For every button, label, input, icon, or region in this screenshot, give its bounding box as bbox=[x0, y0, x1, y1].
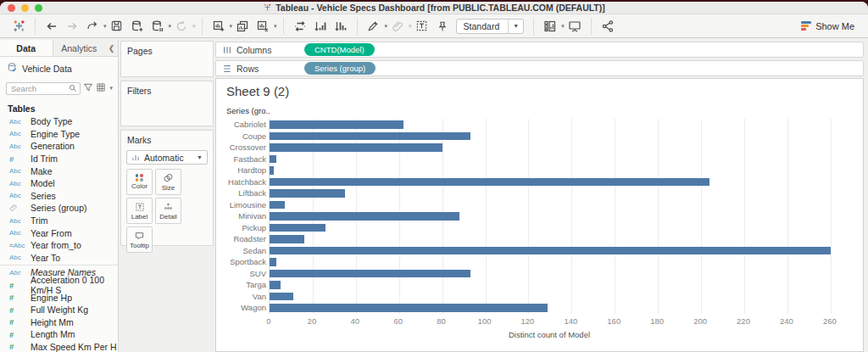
field-item[interactable]: #Length Mm bbox=[0, 328, 118, 341]
group-members-button[interactable] bbox=[389, 17, 406, 36]
view-options-caret[interactable]: ▾ bbox=[109, 85, 113, 92]
undo-redo-caret[interactable]: ▾ bbox=[103, 23, 107, 30]
category-label[interactable]: Hatchback bbox=[216, 176, 266, 188]
category-label[interactable]: Targa bbox=[216, 279, 266, 291]
bar-wagon[interactable] bbox=[270, 304, 548, 312]
back-button[interactable] bbox=[43, 17, 60, 36]
field-item[interactable]: AbcGeneration bbox=[0, 140, 118, 153]
mark-type-dropdown[interactable]: Automatic ▼ bbox=[126, 150, 208, 165]
category-label[interactable]: Cabriolet bbox=[216, 119, 266, 131]
bar-roadster[interactable] bbox=[270, 235, 304, 243]
bar-sedan[interactable] bbox=[270, 247, 831, 255]
fix-axes-button[interactable] bbox=[434, 17, 451, 36]
show-me-button[interactable]: Show Me bbox=[801, 21, 854, 31]
bar-limousine[interactable] bbox=[270, 201, 285, 210]
clear-sheet-caret[interactable]: ▾ bbox=[274, 23, 277, 30]
field-item[interactable]: AbcYear To bbox=[0, 252, 118, 265]
bar-crossover[interactable] bbox=[270, 143, 442, 152]
bar-coupe[interactable] bbox=[270, 132, 470, 141]
field-item[interactable]: AbcModel bbox=[0, 177, 118, 190]
bar-hardtop[interactable] bbox=[270, 166, 274, 175]
share-button[interactable] bbox=[599, 17, 616, 36]
zoom-window-button[interactable] bbox=[35, 4, 42, 12]
category-label[interactable]: Van bbox=[216, 291, 266, 303]
bar-sportback[interactable] bbox=[270, 258, 276, 266]
rows-shelf[interactable]: Rows Series (group) bbox=[215, 60, 864, 76]
bar-cabriolet[interactable] bbox=[270, 120, 403, 129]
color-button[interactable]: Color bbox=[126, 169, 153, 195]
show-hide-cards-caret[interactable]: ▾ bbox=[561, 23, 565, 30]
tab-data[interactable]: Data bbox=[0, 40, 53, 56]
field-item[interactable]: AbcYear From bbox=[0, 226, 118, 239]
datasource-item[interactable]: Vehicle Data bbox=[0, 57, 118, 79]
category-label[interactable]: Limousine bbox=[216, 199, 266, 211]
category-label[interactable]: Coupe bbox=[216, 131, 266, 142]
bar-targa[interactable] bbox=[270, 281, 281, 289]
category-label[interactable]: Roadster bbox=[216, 233, 266, 245]
field-item[interactable]: AbcSeries bbox=[0, 190, 118, 203]
bar-van[interactable] bbox=[270, 293, 293, 301]
field-item[interactable]: AbcBody Type bbox=[0, 115, 118, 128]
label-button[interactable]: Label bbox=[126, 198, 153, 224]
field-item[interactable]: =AbcYear from_to bbox=[0, 239, 118, 252]
bar-fastback[interactable] bbox=[270, 155, 276, 164]
view-options-icon[interactable] bbox=[96, 81, 106, 96]
filter-fields-icon[interactable] bbox=[83, 81, 93, 96]
presentation-mode-button[interactable] bbox=[566, 17, 583, 36]
close-window-button[interactable] bbox=[8, 4, 15, 12]
run-update-caret[interactable]: ▾ bbox=[192, 23, 196, 30]
pause-updates-caret[interactable]: ▾ bbox=[169, 23, 172, 30]
field-item[interactable]: AbcMake bbox=[0, 165, 118, 177]
category-label[interactable]: Sedan bbox=[216, 245, 266, 257]
field-item[interactable]: #Max Speed Km Per H bbox=[0, 341, 118, 352]
highlight-caret[interactable]: ▾ bbox=[385, 23, 388, 30]
new-worksheet-caret[interactable]: ▾ bbox=[230, 23, 233, 30]
category-label[interactable]: Fastback bbox=[216, 154, 266, 165]
field-item[interactable]: AbcTrim bbox=[0, 215, 118, 227]
size-button[interactable]: Size bbox=[155, 169, 181, 195]
save-button[interactable] bbox=[108, 17, 125, 36]
category-label[interactable]: Wagon bbox=[216, 302, 266, 314]
fit-selector-caret[interactable]: ▼ bbox=[508, 20, 523, 33]
duplicate-sheet-button[interactable] bbox=[234, 17, 251, 36]
category-label[interactable]: Hardtop bbox=[216, 165, 266, 176]
bar-hatchback[interactable] bbox=[270, 178, 709, 187]
new-worksheet-button[interactable] bbox=[210, 17, 227, 36]
highlight-button[interactable] bbox=[365, 17, 382, 36]
sort-descending-button[interactable] bbox=[332, 17, 349, 36]
new-data-source-button[interactable] bbox=[129, 17, 146, 36]
category-label[interactable]: SUV bbox=[216, 268, 266, 280]
field-item[interactable]: #Acceleration 0 100 Km/H S bbox=[0, 279, 118, 292]
category-label[interactable]: Minivan bbox=[216, 210, 266, 222]
sort-ascending-button[interactable] bbox=[312, 17, 329, 36]
category-label[interactable]: Pickup bbox=[216, 222, 266, 234]
field-item[interactable]: AbcEngine Type bbox=[0, 128, 118, 141]
swap-rows-columns-button[interactable] bbox=[292, 17, 309, 36]
field-item[interactable]: Series (group) bbox=[0, 202, 118, 215]
pause-auto-updates-button[interactable] bbox=[149, 17, 166, 36]
mark-type-caret[interactable]: ▼ bbox=[197, 154, 203, 160]
bar-pickup[interactable] bbox=[270, 224, 326, 232]
bar-liftback[interactable] bbox=[270, 189, 345, 198]
category-label[interactable]: Sportback bbox=[216, 256, 266, 268]
show-hide-cards-button[interactable] bbox=[542, 17, 559, 36]
show-mark-labels-button[interactable] bbox=[414, 17, 431, 36]
detail-button[interactable]: Detail bbox=[155, 198, 181, 224]
group-members-caret[interactable]: ▾ bbox=[409, 23, 412, 30]
field-item[interactable]: #Full Weight Kg bbox=[0, 304, 118, 316]
pages-shelf[interactable]: Pages bbox=[120, 41, 214, 77]
tableau-logo-button[interactable] bbox=[10, 17, 27, 36]
undo-redo-button[interactable] bbox=[84, 17, 101, 36]
field-item[interactable]: #Height Mm bbox=[0, 316, 118, 329]
collapse-pane-icon[interactable]: ❮ bbox=[105, 40, 118, 56]
search-input[interactable]: Search bbox=[6, 82, 81, 95]
bar-minivan[interactable] bbox=[270, 212, 459, 221]
columns-pill[interactable]: CNTD(Model) bbox=[304, 43, 375, 56]
minimize-window-button[interactable] bbox=[21, 4, 29, 12]
tab-analytics[interactable]: Analytics bbox=[53, 40, 106, 56]
category-label[interactable]: Liftback bbox=[216, 187, 266, 199]
tooltip-button[interactable]: Tooltip bbox=[126, 226, 153, 253]
category-label[interactable]: Crossover bbox=[216, 142, 266, 154]
field-item[interactable]: #Id Trim bbox=[0, 153, 118, 165]
bar-suv[interactable] bbox=[270, 270, 470, 278]
